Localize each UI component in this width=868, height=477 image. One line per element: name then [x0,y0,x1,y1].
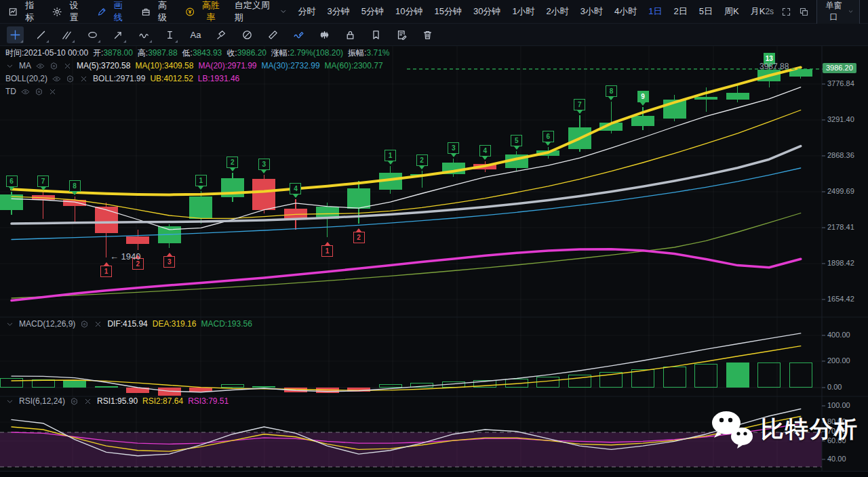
period-tab-5日[interactable]: 5日 [699,5,713,18]
row-close-icon[interactable] [63,62,72,70]
draw-tool-pattern[interactable] [316,26,333,43]
row-eye-icon[interactable] [36,62,45,70]
td-count-tag: 3 [448,142,459,157]
td-tag-pointer [514,146,519,150]
period-tab-10分钟[interactable]: 10分钟 [395,5,422,18]
td-tag-pointer [9,187,14,190]
draw-tool-brush[interactable] [290,26,307,43]
td-tag-pointer [419,166,425,169]
draw-tool-text[interactable]: Aa [187,26,204,43]
td-count-number: 2 [416,154,428,166]
row-chevron-down-icon[interactable] [5,320,14,329]
toolbar-item-advanced[interactable]: 高级 [141,0,171,24]
draw-tool-trend-line[interactable] [33,26,50,43]
period-tab-周K[interactable]: 周K [724,5,739,18]
period-tab-30分钟[interactable]: 30分钟 [473,5,500,18]
draw-tool-strike-rect[interactable] [213,26,230,43]
row-eye-icon[interactable] [52,75,61,83]
draw-tool-arrow-mark[interactable] [110,26,127,43]
td-tag-pointer [198,186,203,190]
boll-indicator-row: BOLL(20,2)BOLL:2971.99UB:4012.52LB:1931.… [5,74,239,83]
row-eye-icon[interactable] [21,87,30,96]
top-toolbar: 指标设置画线高级高胜率自定义周期分时3分钟5分钟10分钟15分钟30分钟1小时2… [0,0,868,24]
ohlc-token: 高:3987.88 [138,47,178,59]
period-tab-5分钟[interactable]: 5分钟 [361,5,384,18]
period-tab-2小时[interactable]: 2小时 [547,5,569,18]
td-count-number: 6 [542,131,554,142]
period-tab-3分钟[interactable]: 3分钟 [328,5,350,18]
custom-period-dropdown[interactable]: 自定义周期 [235,0,288,24]
row-hexgear-icon[interactable] [35,87,43,96]
indicator-name: RSI(6,12,24) [19,396,65,406]
td-count-tag: 3 [163,253,175,268]
period-tab-分时[interactable]: 分时 [298,5,316,18]
td-count-number: 1 [384,150,396,161]
period-tab-2日[interactable]: 2日 [674,5,688,18]
row-hexgear-icon[interactable] [66,75,75,83]
period-tab-1日[interactable]: 1日 [648,5,662,18]
indicator-value: MA(10):3409.58 [135,61,193,70]
draw-tool-price-measure[interactable] [161,26,178,43]
toolbar-item-settings[interactable]: 设置 [52,0,82,24]
row-hexgear-icon[interactable] [70,397,79,406]
new-window-button[interactable] [799,7,809,17]
period-tab-1小时[interactable]: 1小时 [512,5,534,18]
period-tab-15分钟[interactable]: 15分钟 [434,5,461,18]
row-hexgear-icon[interactable] [80,320,89,329]
fullscreen-icon [781,7,791,17]
trading-app: ← 1940 3987.88 67812312341212345678913 指… [0,0,868,477]
row-close-icon[interactable] [94,320,102,329]
period-tab-月K[interactable]: 月K [751,5,766,18]
indicator-name: MA [19,61,31,70]
td-tag-pointer [41,187,46,190]
td-tag-pointer [451,154,456,157]
row-close-icon[interactable] [48,87,57,96]
td-count-tag: 4 [479,145,491,160]
toolbar-item-label: 设置 [66,0,83,24]
td-count-tag: 2 [353,228,365,243]
draw-tool-ruler[interactable] [264,26,281,43]
draw-tool-lock[interactable] [342,26,359,43]
indicator-value: UB:4012.52 [150,74,193,83]
window-mode-button[interactable]: 单窗口 [816,0,860,26]
draw-tool-trash[interactable] [419,26,436,43]
price-axis-label: 2499.69 [827,187,854,195]
draw-tool-ellipse[interactable] [84,26,101,43]
td-count-tag: 8 [69,180,81,195]
toolbar-item-win-rate[interactable]: 高胜率 [185,0,224,24]
fullscreen-button[interactable] [781,7,791,17]
period-tab-4小时[interactable]: 4小时 [614,5,637,18]
indicator-value: DEA:319.16 [153,319,197,329]
draw-tool-wave-count[interactable] [136,26,153,43]
td-tag-pointer [545,142,551,146]
draw-tool-parallel-lines[interactable] [58,26,75,43]
dropdown-corner [46,40,49,43]
td-count-number: 8 [606,85,617,97]
toolbar-item-label: 高胜率 [198,0,223,24]
td-count-tag: 1 [321,242,333,257]
toolbar-item-label: 高级 [154,0,171,24]
row-close-icon[interactable] [79,75,88,83]
toolbar-item-indicators[interactable]: 指标 [8,0,38,24]
trash-icon [422,29,433,41]
ohlc-token: 时间:2021-05-10 00:00 [5,47,88,59]
ruler-icon [267,29,279,41]
pencil-icon [97,7,106,17]
draw-tool-bookmark[interactable] [368,26,384,43]
draw-tool-note-edit[interactable] [393,26,410,43]
ohlc-token: 开:3878.00 [93,47,133,59]
toolbar-item-draw-line[interactable]: 画线 [97,0,127,24]
row-chevron-down-icon[interactable] [5,397,14,406]
refresh-interval[interactable]: 2s [765,7,774,16]
td-count-number: 6 [6,175,18,187]
trend-line-icon [35,29,47,41]
row-chevron-down-icon[interactable] [5,62,14,70]
indicator-name: BOLL(20,2) [5,74,47,83]
row-close-icon[interactable] [83,397,92,406]
draw-tool-percent-circle[interactable] [239,26,256,43]
indicator-name: MACD(12,26,9) [19,319,75,329]
row-hexgear-icon[interactable] [50,62,58,70]
draw-tool-crosshair[interactable] [7,26,24,43]
period-tab-3小时[interactable]: 3小时 [580,5,603,18]
brush-icon [293,29,304,41]
